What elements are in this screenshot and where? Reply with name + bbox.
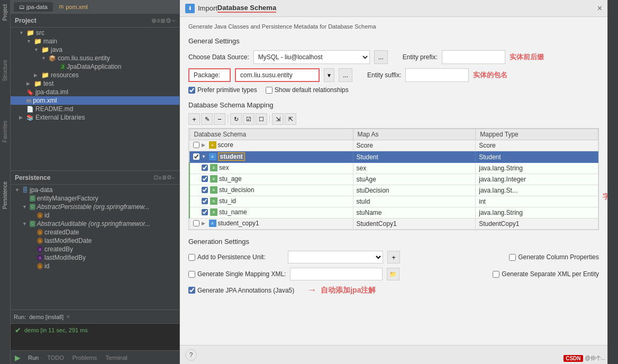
gen-single-xml-checkbox[interactable] [188, 271, 195, 278]
gen-single-xml-folder-btn[interactable]: 📁 [387, 268, 399, 280]
p-item-lmd[interactable]: a lastModifiedDate [11, 236, 179, 245]
run-tab-close[interactable]: × [67, 314, 70, 320]
bottom-tab-run[interactable]: Run [25, 353, 42, 362]
folder-icon-resources: 📁 [41, 71, 49, 79]
tree-item-test[interactable]: ▶ 📁 test [11, 79, 179, 88]
p-icon-field: a [37, 212, 43, 219]
tree-item-entity[interactable]: ▼ 📦 com.liu.susu.entity [11, 54, 179, 62]
gen-single-xml-label[interactable]: Generate Single Mapping XML: [188, 270, 286, 278]
tree-item-iml[interactable]: 🔖 jpa-data.iml [11, 88, 179, 96]
dialog-close-btn[interactable]: × [597, 4, 602, 13]
gen-jpa-checkbox[interactable] [188, 287, 195, 294]
stu-id-field-icon: ≡ [210, 197, 217, 205]
stu-age-checkbox[interactable] [202, 176, 208, 182]
run-tab-demo[interactable]: demo [install] [29, 314, 63, 320]
p-item-aa[interactable]: ▼ © AbstractAuditable (org.springframewo… [11, 220, 179, 228]
project-toolbar-settings[interactable]: ⚙ [166, 17, 171, 24]
p-item-cb[interactable]: a createdBy [11, 245, 179, 253]
tab-jpa-data[interactable]: 🗂 jpa-data [14, 2, 53, 12]
gen-col-props-checkbox[interactable] [509, 254, 516, 261]
schema-add-btn[interactable]: + [188, 113, 200, 125]
folder-icon-main: 📁 [34, 38, 42, 45]
table-row-student-copy1[interactable]: ▶ ≡ student_copy1 StudentCopy1 StudentCo… [189, 219, 598, 230]
prefer-primitives-checkbox-label[interactable]: Prefer primitive types [188, 86, 257, 94]
show-default-rel-checkbox[interactable] [266, 87, 272, 94]
tree-item-src[interactable]: ▼ 📁 src [11, 29, 179, 37]
schema-remove-btn[interactable]: − [214, 113, 225, 125]
tree-item-extlib[interactable]: ▶ 📚 External Libraries [11, 113, 179, 122]
p-item-lmb[interactable]: a lastModifiedBy [11, 253, 179, 262]
schema-uncheck-all-btn[interactable]: ☐ [256, 113, 267, 125]
gen-single-xml-input[interactable] [290, 268, 382, 280]
side-icon-favorites[interactable]: Favorites [1, 119, 9, 144]
project-toolbar-close[interactable]: − [171, 17, 175, 24]
project-toolbar-add[interactable]: ⊕ [151, 17, 157, 24]
table-row-stu-age[interactable]: ≡ stu_age stuAge java.lang.Integer [189, 174, 598, 185]
tab-pom[interactable]: m pom.xml [54, 2, 93, 12]
project-toolbar-collapse[interactable]: ≣ [160, 17, 166, 24]
entity-prefix-input[interactable] [442, 50, 505, 64]
bottom-tab-terminal[interactable]: Terminal [102, 353, 131, 362]
entity-suffix-input[interactable] [405, 68, 469, 82]
p-item-createddate[interactable]: a createdDate [11, 228, 179, 236]
add-to-pu-checkbox[interactable] [188, 254, 195, 261]
tree-item-pom[interactable]: m pom.xml [11, 96, 179, 105]
datasource-dots-btn[interactable]: ... [374, 50, 388, 64]
gen-separate-xml-label[interactable]: Generate Separate XML per Entity [493, 270, 599, 278]
schema-refresh-btn[interactable]: ↻ [230, 113, 242, 125]
p-item-id2[interactable]: a id [11, 262, 179, 270]
table-row-stu-name[interactable]: ≡ stu_name stuName java.lang.String [189, 207, 598, 219]
schema-expand-all-btn[interactable]: ⇲ [272, 113, 284, 125]
student-copy1-checkbox[interactable] [193, 220, 199, 226]
stu-name-checkbox[interactable] [202, 209, 208, 215]
package-dots-btn[interactable]: ... [339, 68, 352, 82]
persistence-close-btn[interactable]: − [172, 175, 175, 181]
add-to-pu-plus-btn[interactable]: + [387, 251, 400, 263]
tree-item-app[interactable]: J JpaDataApplication [11, 62, 179, 71]
stu-decision-checkbox[interactable] [202, 187, 208, 193]
p-item-emf[interactable]: © entityManagerFactory [11, 194, 179, 203]
tree-item-readme[interactable]: 📄 README.md [11, 105, 179, 113]
gen-jpa-label[interactable]: Generate JPA Annotations (Java5) [188, 287, 294, 294]
table-row-sex[interactable]: ≡ sex sex java.lang.String [189, 163, 598, 174]
stu-id-checkbox[interactable] [202, 198, 208, 204]
table-row-stu-id[interactable]: ≡ stu_id stuId int [189, 196, 598, 207]
persistence-view-btn[interactable]: ⊡ [153, 174, 158, 181]
add-to-pu-select[interactable] [288, 251, 383, 263]
persistence-settings-btn[interactable]: ⚙ [167, 174, 172, 181]
side-icon-project[interactable]: Project [1, 2, 9, 23]
student-copy1-expand[interactable]: ▶ [202, 221, 209, 226]
student-checkbox[interactable] [193, 153, 199, 160]
schema-collapse-all-btn[interactable]: ⇱ [285, 113, 296, 125]
tree-item-java[interactable]: ▼ 📁 java [11, 46, 179, 54]
table-row-student[interactable]: ▼ ≡ student Student Student [189, 151, 598, 163]
table-row-stu-decision[interactable]: ≡ stu_decision stuDecision java.lang.St.… [189, 185, 598, 196]
add-to-pu-label[interactable]: Add to Persistence Unit: [188, 253, 284, 261]
schema-edit-btn[interactable]: ✎ [201, 113, 213, 125]
table-row-score[interactable]: ▶ ≡ score Score Score [189, 140, 598, 151]
bottom-tab-problems[interactable]: Problems [69, 353, 100, 362]
score-expand[interactable]: ▶ [202, 142, 209, 148]
gen-separate-xml-checkbox[interactable] [493, 271, 499, 278]
p-item-ap[interactable]: ▼ © AbstractPersistable (org.springframe… [11, 203, 179, 211]
bottom-tab-todo[interactable]: TODO [44, 353, 67, 362]
p-item-jpa-data[interactable]: ▼ 🗄 jpa-data [11, 186, 179, 194]
tree-item-resources[interactable]: ▶ 📁 resources [11, 71, 179, 79]
side-icon-structure[interactable]: Structure [1, 58, 9, 84]
score-checkbox[interactable] [193, 142, 199, 148]
run-play-btn[interactable]: ▶ [13, 353, 23, 362]
datasource-select[interactable]: MySQL - liu@localhost [253, 50, 370, 64]
project-toolbar-expand[interactable]: ≡ [157, 17, 160, 24]
schema-check-all-btn[interactable]: ☑ [243, 113, 255, 125]
prefer-primitives-checkbox[interactable] [188, 87, 195, 94]
package-dropdown-btn[interactable]: ▼ [324, 68, 334, 82]
p-item-id1[interactable]: a id [11, 211, 179, 220]
persistence-collapse-btn[interactable]: ≣ [162, 174, 167, 181]
tree-item-main[interactable]: ▼ 📁 main [11, 37, 179, 46]
student-expand[interactable]: ▼ [202, 154, 209, 159]
gen-col-props-label[interactable]: Generate Column Properties [509, 253, 599, 261]
sex-checkbox[interactable] [202, 165, 208, 171]
help-btn[interactable]: ? [185, 349, 197, 361]
show-default-rel-checkbox-label[interactable]: Show default relationships [266, 86, 349, 94]
side-icon-persistence[interactable]: Persistence [1, 179, 9, 211]
